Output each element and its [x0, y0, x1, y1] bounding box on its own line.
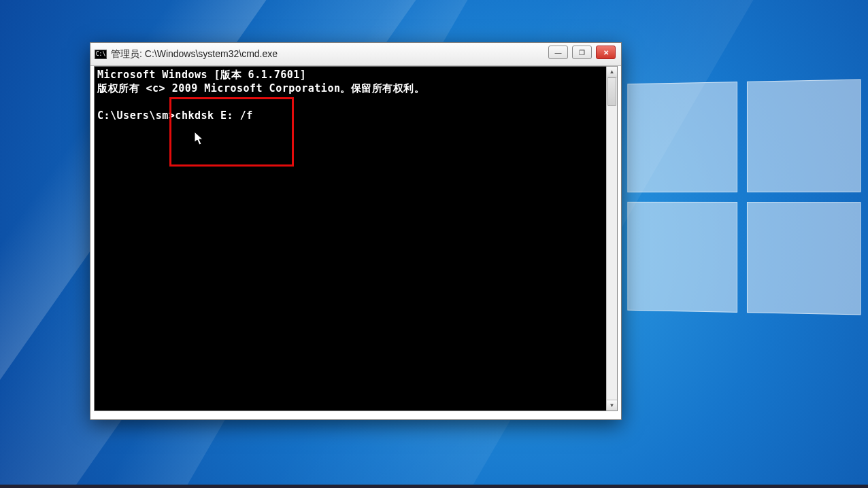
desktop: C:\ 管理员: C:\Windows\system32\cmd.exe — ❐… [0, 0, 868, 488]
window-title: 管理员: C:\Windows\system32\cmd.exe [111, 48, 278, 60]
scroll-up-button[interactable]: ▲ [607, 67, 617, 77]
scroll-down-button[interactable]: ▼ [607, 400, 617, 411]
window-controls: — ❐ ✕ [548, 46, 616, 59]
console-prompt-line: C:\Users\sm>chkdsk E: /f [97, 109, 253, 122]
taskbar-edge [0, 485, 868, 488]
scroll-thumb[interactable] [607, 77, 616, 106]
vertical-scrollbar[interactable]: ▲ ▼ [606, 67, 617, 411]
console-line: Microsoft Windows [版本 6.1.7601] [97, 69, 306, 81]
console-output[interactable]: Microsoft Windows [版本 6.1.7601] 版权所有 <c>… [95, 67, 606, 411]
titlebar[interactable]: C:\ 管理员: C:\Windows\system32\cmd.exe — ❐… [90, 43, 621, 66]
console-frame: Microsoft Windows [版本 6.1.7601] 版权所有 <c>… [94, 66, 618, 411]
close-button[interactable]: ✕ [596, 46, 616, 59]
console-line: 版权所有 <c> 2009 Microsoft Corporation。保留所有… [97, 82, 424, 94]
windows-logo [627, 80, 861, 315]
cmd-icon: C:\ [95, 50, 107, 59]
minimize-button[interactable]: — [548, 46, 568, 59]
cmd-window: C:\ 管理员: C:\Windows\system32\cmd.exe — ❐… [90, 42, 622, 420]
maximize-button[interactable]: ❐ [572, 46, 592, 59]
